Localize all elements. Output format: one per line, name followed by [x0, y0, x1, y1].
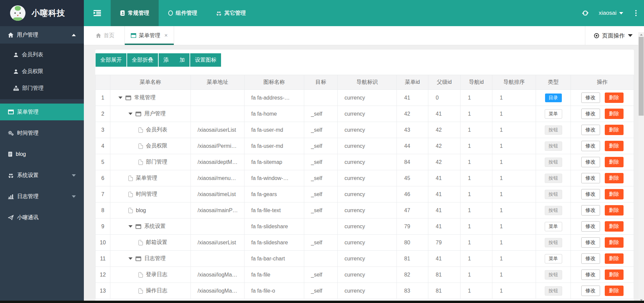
sidebar-item-部门管理[interactable]: 部门管理	[0, 80, 84, 97]
type-badge: 按钮	[545, 206, 562, 215]
delete-button[interactable]: 删除	[605, 253, 624, 264]
nav-sort-cell: 1	[492, 170, 536, 186]
nav-sort-cell: 1	[492, 283, 536, 299]
refresh-icon[interactable]	[582, 10, 589, 16]
type-badge: 按钮	[545, 141, 562, 151]
sidebar-item-日志管理[interactable]: 日志管理	[0, 188, 84, 205]
type-badge: 按钮	[545, 158, 562, 167]
icon-name-cell: fa fa-gears	[245, 186, 304, 202]
edit-button[interactable]: 修改	[581, 205, 600, 216]
edit-button[interactable]: 修改	[581, 141, 600, 151]
sitemap-icon	[13, 86, 19, 91]
sidebar-item-时间管理[interactable]: 时间管理	[0, 125, 84, 141]
nav-sort-cell: 1	[492, 219, 536, 235]
type-cell: 按钮	[536, 138, 571, 154]
scrollbar-thumb[interactable]	[639, 37, 644, 116]
nav-sort-cell: 1	[492, 251, 536, 267]
sidebar-toggle-button[interactable]	[84, 0, 111, 26]
delete-button[interactable]: 删除	[605, 189, 624, 199]
user-menu[interactable]: xiaosai	[599, 10, 623, 16]
toolbar-button-3[interactable]: 添 加	[159, 53, 190, 67]
sidebar-item-blog[interactable]: blog	[0, 146, 84, 163]
sidebar-item-用户管理[interactable]: 用户管理	[0, 26, 84, 44]
type-badge: 按钮	[545, 270, 562, 280]
scrollbar-up-arrow[interactable]	[638, 32, 644, 37]
delete-button[interactable]: 删除	[605, 205, 624, 216]
row-number: 3	[96, 122, 110, 138]
kebab-menu-icon[interactable]	[633, 9, 639, 17]
target-cell: _self	[304, 138, 338, 154]
vertical-scrollbar	[638, 32, 644, 303]
nav-item-2[interactable]: 组件管理	[159, 0, 207, 26]
page-actions-button[interactable]: 页面操作	[585, 26, 644, 45]
tab-label: 菜单管理	[139, 32, 160, 39]
tree-collapse-caret-icon[interactable]	[128, 225, 132, 228]
nav-item-3[interactable]: 其它管理	[207, 0, 255, 26]
menu-name-label: 操作日志	[146, 287, 167, 294]
tree-collapse-caret-icon[interactable]	[128, 113, 132, 115]
edit-button[interactable]: 修改	[581, 286, 600, 296]
toolbar-button-4[interactable]: 设置图标	[190, 53, 221, 67]
edit-button[interactable]: 修改	[581, 221, 600, 232]
sidebar-item-会员权限[interactable]: 会员权限	[0, 63, 84, 80]
close-icon[interactable]: ×	[164, 32, 168, 39]
edit-button[interactable]: 修改	[581, 189, 600, 199]
sidebar-item-系统设置[interactable]: 系统设置	[0, 167, 84, 184]
sidebar-item-会员列表[interactable]: 会员列表	[0, 46, 84, 63]
edit-button[interactable]: 修改	[581, 93, 600, 103]
nav-sort-cell: 1	[492, 202, 536, 219]
edit-button[interactable]: 修改	[581, 109, 600, 119]
edit-button[interactable]: 修改	[581, 253, 600, 264]
menu-name-label: 用户管理	[144, 110, 166, 117]
delete-button[interactable]: 删除	[605, 269, 624, 280]
type-badge: 按钮	[545, 125, 562, 135]
delete-button[interactable]: 删除	[605, 93, 624, 103]
actions-cell: 修改删除	[571, 235, 634, 251]
toolbar-button-1[interactable]: 全部展开	[96, 53, 126, 67]
type-cell: 菜单	[536, 219, 571, 235]
logo-area[interactable]: 小噻科技	[0, 0, 84, 26]
menu-url-cell: /xiaosai/logMa…	[191, 283, 245, 299]
delete-button[interactable]: 删除	[605, 173, 624, 183]
delete-button[interactable]: 删除	[605, 125, 624, 135]
sidebar-item-菜单管理[interactable]: 菜单管理	[0, 104, 84, 120]
file-icon	[139, 160, 143, 165]
menu-name-label: 菜单管理	[136, 175, 157, 182]
nav-flag-cell: currency	[338, 219, 397, 235]
menu-name-label: 时间管理	[136, 191, 157, 198]
menu-id-cell: 44	[397, 138, 428, 154]
sidebar-item-label: 会员列表	[22, 51, 76, 58]
folder-icon	[136, 224, 141, 229]
nav-id-cell: 1	[461, 138, 492, 154]
menu-id-cell: 43	[397, 122, 428, 138]
delete-button[interactable]: 删除	[605, 141, 624, 151]
table-row: 7时间管理/xiaosai/timeListfa fa-gears_selfcu…	[96, 186, 634, 202]
delete-button[interactable]: 删除	[605, 221, 624, 232]
edit-button[interactable]: 修改	[581, 125, 600, 135]
delete-button[interactable]: 删除	[605, 286, 624, 296]
sidebar-item-小噻通讯[interactable]: 小噻通讯	[0, 209, 84, 226]
toolbar-button-2[interactable]: 全部折叠	[127, 53, 158, 67]
delete-button[interactable]: 删除	[605, 237, 624, 248]
edit-button[interactable]: 修改	[581, 157, 600, 167]
edit-button[interactable]: 修改	[581, 269, 600, 280]
nav-item-1[interactable]: 常规管理	[111, 0, 159, 26]
tree-collapse-caret-icon[interactable]	[118, 97, 122, 99]
icon-name-cell: fa fa-home	[245, 106, 304, 122]
column-header-类型: 类型	[536, 75, 571, 90]
column-header-index	[96, 75, 110, 90]
tab-menu-management[interactable]: 菜单管理 ×	[124, 26, 174, 45]
delete-button[interactable]: 删除	[605, 109, 624, 119]
type-cell: 菜单	[536, 251, 571, 267]
breadcrumb-home[interactable]: 首页	[84, 26, 124, 45]
tree-collapse-caret-icon[interactable]	[128, 257, 132, 260]
home-icon	[96, 33, 101, 38]
nav-flag-cell: currency	[338, 186, 397, 202]
edit-button[interactable]: 修改	[581, 237, 600, 248]
delete-button[interactable]: 删除	[605, 157, 624, 167]
slideshare-icon	[216, 11, 222, 16]
edit-button[interactable]: 修改	[581, 173, 600, 183]
gears-icon	[8, 131, 14, 136]
table-row: 3会员列表/xiaosai/userListfa fa-user-md_self…	[96, 122, 634, 138]
file-icon	[139, 143, 143, 149]
